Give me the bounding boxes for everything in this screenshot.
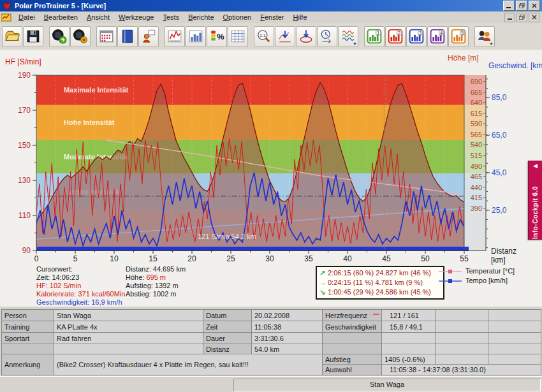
child-close-button[interactable]	[529, 13, 539, 22]
table-cell-anmerkung-label: Anmerkung	[1, 354, 54, 375]
chart-panel: HF [S/min] Höhe [m] Geschwind. [km/h] Ma…	[0, 50, 542, 307]
lap-row: →0:24:15 (11 %) 4.781 km (9 %)	[319, 278, 441, 287]
table-cell-text: 20.02.2008	[254, 312, 289, 319]
coach-report-button[interactable]	[138, 26, 159, 47]
table-cell-text: Anmerkung	[4, 361, 40, 368]
chart-info-text: HF: 102 S/min	[36, 282, 81, 289]
svg-text:15: 15	[149, 254, 157, 263]
close-button[interactable]	[529, 1, 540, 11]
samples-grid-view-icon	[230, 29, 245, 44]
transfer-settings-button[interactable]	[70, 26, 91, 47]
curve-view-button[interactable]	[165, 26, 185, 47]
table-cell	[322, 344, 382, 354]
transfer-from-monitor-icon	[52, 29, 67, 44]
svg-text:690: 690	[471, 78, 482, 85]
chart-info-text: Höhe:	[126, 273, 146, 281]
table-cell	[488, 354, 541, 365]
legend-label: Tempo [km/h]	[465, 276, 508, 286]
svg-text:30: 30	[265, 254, 274, 263]
menu-bearbeiten[interactable]: Bearbeiten	[40, 12, 82, 22]
table-cell-text: Distanz	[206, 345, 230, 353]
chart-info-text: Distanz: 44.695 km	[126, 265, 186, 273]
table-cell-text: Person	[4, 312, 27, 319]
menu-berichte[interactable]: Berichte	[184, 12, 218, 22]
svg-text:65,0: 65,0	[492, 131, 507, 140]
table-cell-person: Stan Waga	[54, 309, 203, 321]
table-cell	[488, 344, 541, 354]
svg-text:90: 90	[22, 246, 31, 255]
menu-ansicht[interactable]: Ansicht	[82, 12, 114, 22]
menu-fenster[interactable]: Fenster	[256, 12, 288, 22]
table-cell-auswahl-label: Auswahl	[322, 364, 382, 375]
minimize-button[interactable]	[503, 1, 515, 11]
open-exercise-button[interactable]	[2, 26, 22, 47]
svg-text:25,0: 25,0	[492, 206, 507, 215]
svg-text:490: 490	[471, 163, 482, 170]
table-cell-aufstieg: 1405 (-0.6%)	[381, 354, 436, 365]
lap-text: 0:24:15 (11 %) 4.781 km (9 %)	[328, 279, 423, 286]
svg-text:590: 590	[471, 120, 482, 127]
table-cell-text: 3:31:30.6	[254, 335, 284, 342]
lap-row: ↗2:06:15 (60 %) 24.827 km (46 %)	[319, 268, 441, 278]
calendar-view-button[interactable]	[96, 26, 117, 47]
table-cell	[381, 332, 436, 344]
svg-text:55: 55	[460, 254, 469, 263]
zoom-curve-button[interactable]	[275, 26, 295, 47]
table-cell	[1, 344, 54, 354]
lap-trend-icon: →	[319, 278, 328, 287]
table-cell-text: 1405 (-0.6%)	[385, 356, 425, 363]
zone-label: Hohe Intensität	[64, 119, 115, 126]
compare-persons-button[interactable]: ▼	[474, 26, 495, 47]
table-cell-person-label: Person	[1, 309, 54, 321]
menu-hilfe[interactable]: Hilfe	[289, 12, 312, 22]
table-cell-text: Dauer	[206, 335, 225, 342]
table-cell-zeit-label: Zeit	[203, 321, 252, 333]
child-minimize-button[interactable]	[504, 13, 515, 22]
graph-preset-4-button[interactable]: 4	[427, 26, 448, 47]
info-cockpit-tab[interactable]: ◀ Info-Cockpit 6.0	[528, 161, 542, 240]
lap-summary-box: ↗2:06:15 (60 %) 24.827 km (46 %)→0:24:15…	[316, 266, 444, 300]
legend-item: Tempo [km/h]	[439, 276, 515, 286]
diary-view-button[interactable]	[117, 26, 138, 47]
restore-button[interactable]	[516, 1, 527, 11]
bar-graph-view-button[interactable]	[186, 26, 206, 47]
coach-report-icon	[141, 29, 156, 44]
svg-text:3: 3	[419, 31, 421, 36]
menu-optionen[interactable]: Optionen	[219, 12, 256, 22]
menu-werkzeuge[interactable]: Werkzeuge	[114, 12, 158, 22]
hf-axis-title: HF [S/min]	[5, 57, 41, 66]
graph-preset-1-button[interactable]: 1	[364, 26, 385, 47]
distance-altitude-values: Distanz: 44.695 kmHöhe: 695 mAufstieg: 1…	[126, 265, 186, 298]
table-cell-datum-label: Datum	[203, 309, 252, 321]
time-scale-button[interactable]	[317, 26, 337, 47]
legend-marker-icon	[439, 278, 463, 284]
save-exercise-button[interactable]	[23, 26, 43, 47]
transfer-from-monitor-button[interactable]	[49, 26, 70, 47]
graph-preset-3-button[interactable]: 3	[406, 26, 427, 47]
kurve-window-icon[interactable]	[1, 13, 11, 22]
menu-datei[interactable]: Datei	[14, 12, 40, 22]
zone-label: Maximale Intensität	[64, 86, 129, 94]
table-cell-herzfrequenz-label: Herzfrequenz	[322, 309, 382, 321]
table-cell	[381, 344, 436, 354]
menu-tests[interactable]: Tests	[158, 12, 184, 22]
zoom-1-1-button[interactable]: 1:1	[254, 26, 274, 47]
svg-text:465: 465	[471, 173, 482, 180]
child-restore-button[interactable]	[516, 13, 527, 22]
table-cell-text: 54.0 km	[254, 345, 279, 353]
lap-markers-button[interactable]	[296, 26, 316, 47]
lap-trend-icon: ↗	[319, 268, 328, 278]
table-cell-text: Herzfrequenz	[325, 312, 367, 319]
table-cell-text: 121 / 161	[390, 312, 419, 319]
graph-preset-2-button[interactable]: 2	[385, 26, 406, 47]
lap-row: ↘1:00:45 (29 %) 24.586 km (45 %)	[319, 287, 441, 297]
graph-preset-5-button[interactable]: 5	[448, 26, 469, 47]
table-cell-herzfrequenz: 121 / 161	[381, 309, 436, 321]
graph-preset-2-icon: 2	[388, 29, 403, 44]
zone-percent-view-button[interactable]: %	[207, 26, 227, 47]
lap-text: 1:00:45 (29 %) 24.586 km (45 %)	[328, 288, 431, 296]
table-cell-text: KA PLatte 4x	[57, 323, 98, 331]
table-cell	[435, 354, 488, 365]
select-curves-button[interactable]: ▼	[338, 26, 358, 47]
samples-grid-view-button[interactable]	[228, 26, 248, 47]
